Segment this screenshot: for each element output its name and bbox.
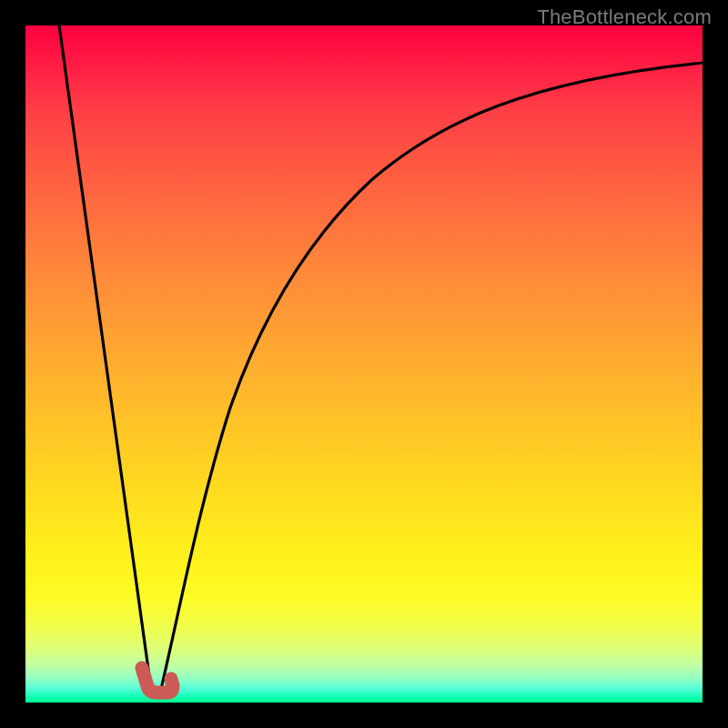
right-recovery-curve: [161, 63, 703, 689]
curve-overlay: [25, 25, 703, 703]
left-falling-line: [59, 25, 151, 689]
chart-frame: TheBottleneck.com: [0, 0, 728, 728]
watermark-text: TheBottleneck.com: [537, 5, 712, 29]
plot-area: [25, 25, 703, 703]
valley-highlight: [142, 668, 173, 693]
